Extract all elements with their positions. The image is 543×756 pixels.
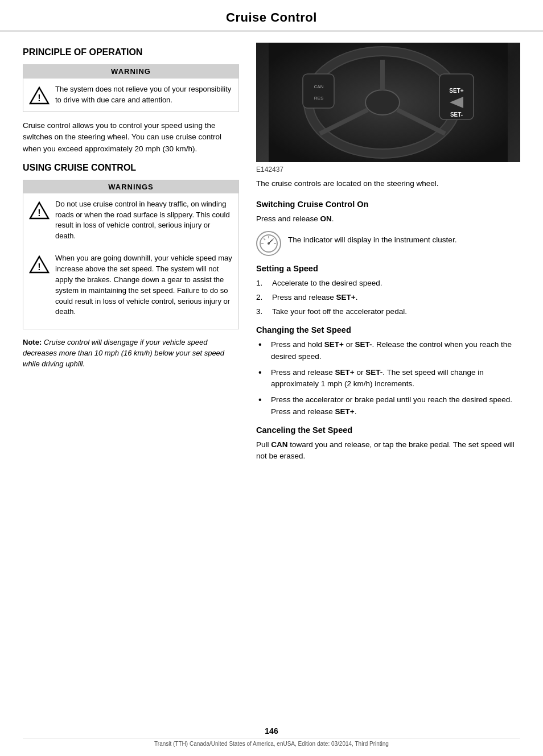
warning-header: WARNING — [23, 65, 238, 78]
svg-text:!: ! — [38, 262, 40, 272]
svg-point-9 — [365, 90, 400, 115]
speedometer-icon — [258, 233, 279, 254]
warning-body: ! The system does not relieve you of you… — [23, 78, 238, 111]
list-item: 1.Accelerate to the desired speed. — [256, 278, 520, 289]
content-area: PRINCIPLE OF OPERATION WARNING ! The sys… — [0, 43, 543, 468]
warning-icon-3: ! — [29, 254, 50, 275]
triangle-warning-icon-2: ! — [29, 200, 50, 221]
footer-text: Transit (TTH) Canada/United States of Am… — [154, 741, 389, 747]
page-title: Cruise Control — [34, 10, 509, 25]
svg-text:SET+: SET+ — [449, 88, 463, 94]
page-footer: 146 Transit (TTH) Canada/United States o… — [0, 726, 543, 747]
canceling-heading: Canceling the Set Speed — [256, 425, 520, 435]
note-text: Note: Cruise control will disengage if y… — [23, 337, 239, 370]
indicator-row: The indicator will display in the instru… — [256, 231, 520, 256]
indicator-icon — [256, 231, 281, 256]
footer-divider — [23, 738, 520, 738]
warnings-text-1: Do not use cruise control in heavy traff… — [55, 199, 233, 247]
svg-text:!: ! — [38, 208, 40, 218]
setting-steps-list: 1.Accelerate to the desired speed. 2.Pre… — [256, 278, 520, 318]
warnings-text-2: When you are going downhill, your vehicl… — [55, 253, 233, 323]
switching-text: Press and release ON. — [256, 213, 520, 225]
left-column: PRINCIPLE OF OPERATION WARNING ! The sys… — [23, 43, 239, 468]
page-wrapper: Cruise Control PRINCIPLE OF OPERATION WA… — [0, 0, 543, 756]
principle-heading: PRINCIPLE OF OPERATION — [23, 47, 239, 57]
image-caption: E142437 — [256, 166, 520, 173]
warnings-header: WARNINGS — [23, 180, 238, 193]
canceling-post: toward you and release, or tap the brake… — [256, 440, 515, 460]
list-item: Press the accelerator or brake pedal unt… — [256, 394, 520, 418]
car-image: SET+ SET- CAN RES — [256, 43, 520, 162]
changing-heading: Changing the Set Speed — [256, 325, 520, 334]
warning-icon-2: ! — [29, 200, 50, 221]
triangle-warning-icon-3: ! — [29, 254, 50, 275]
using-heading: USING CRUISE CONTROL — [23, 163, 239, 173]
note-body: Cruise control will disengage if your ve… — [23, 338, 224, 368]
svg-text:!: ! — [38, 93, 40, 103]
warnings-box: WARNINGS ! Do not use cruise control in … — [23, 180, 239, 329]
steering-svg: SET+ SET- CAN RES — [256, 43, 520, 162]
switching-bold-on: ON — [320, 214, 332, 223]
svg-text:RES: RES — [314, 96, 323, 101]
switching-text-pre: Press and release — [256, 214, 320, 223]
changing-bullets-list: Press and hold SET+ or SET-. Release the… — [256, 339, 520, 418]
warning-box: WARNING ! The system does not relieve yo… — [23, 64, 239, 112]
switching-text-post: . — [332, 214, 334, 223]
warnings-item-1: ! Do not use cruise control in heavy tra… — [23, 193, 238, 247]
canceling-bold: CAN — [271, 440, 287, 449]
list-item: Press and release SET+ or SET-. The set … — [256, 367, 520, 390]
note-label: Note: — [23, 338, 42, 346]
principle-body-text: Cruise control allows you to control you… — [23, 120, 239, 155]
list-item: 2.Press and release SET+. — [256, 292, 520, 303]
page-number: 146 — [265, 726, 278, 736]
page-title-bar: Cruise Control — [0, 0, 543, 31]
indicator-text: The indicator will display in the instru… — [288, 231, 456, 246]
svg-text:CAN: CAN — [314, 84, 324, 89]
warning-text: The system does not relieve you of your … — [55, 84, 233, 106]
list-item: Press and hold SET+ or SET-. Release the… — [256, 339, 520, 362]
svg-line-24 — [264, 238, 265, 240]
svg-rect-17 — [303, 74, 334, 108]
steering-wheel-visual: SET+ SET- CAN RES — [256, 43, 520, 162]
right-column: SET+ SET- CAN RES E142437 The — [256, 43, 520, 468]
image-desc: The cruise controls are located on the s… — [256, 178, 520, 189]
switching-heading: Switching Cruise Control On — [256, 200, 520, 209]
triangle-warning-icon: ! — [29, 85, 50, 106]
car-image-container: SET+ SET- CAN RES — [256, 43, 520, 162]
svg-point-27 — [268, 242, 270, 245]
svg-text:SET-: SET- — [450, 111, 463, 118]
warnings-item-2: ! When you are going downhill, your vehi… — [23, 247, 238, 329]
list-item: 3.Take your foot off the accelerator ped… — [256, 306, 520, 317]
canceling-text: Pull CAN toward you and release, or tap … — [256, 439, 520, 462]
canceling-pre: Pull — [256, 440, 271, 449]
warning-icon: ! — [29, 85, 50, 106]
setting-heading: Setting a Speed — [256, 264, 520, 273]
